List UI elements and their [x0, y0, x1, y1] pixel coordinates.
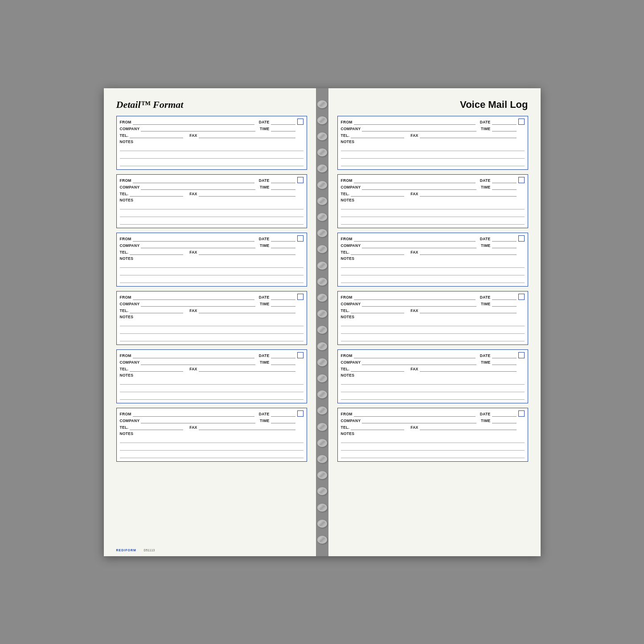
notes-line[interactable]	[341, 336, 525, 341]
from-line[interactable]	[354, 353, 476, 358]
notes-line[interactable]	[120, 270, 304, 275]
notes-line[interactable]	[341, 219, 525, 225]
company-line[interactable]	[362, 418, 476, 423]
company-line[interactable]	[362, 301, 476, 307]
tel-line[interactable]	[351, 366, 404, 372]
notes-line[interactable]	[120, 161, 304, 166]
checkbox[interactable]	[297, 177, 304, 183]
notes-line[interactable]	[341, 146, 525, 151]
company-line[interactable]	[141, 126, 255, 131]
from-line[interactable]	[133, 411, 254, 417]
fax-line[interactable]	[199, 133, 295, 138]
tel-line[interactable]	[130, 250, 183, 255]
checkbox[interactable]	[518, 352, 525, 358]
tel-line[interactable]	[351, 133, 404, 138]
tel-line[interactable]	[351, 308, 404, 313]
notes-lines[interactable]	[341, 438, 525, 458]
notes-line[interactable]	[120, 445, 304, 451]
time-line[interactable]	[492, 301, 517, 307]
notes-lines[interactable]	[341, 204, 525, 225]
checkbox[interactable]	[518, 294, 525, 300]
time-line[interactable]	[271, 243, 295, 248]
notes-line[interactable]	[341, 394, 525, 400]
fax-line[interactable]	[199, 425, 295, 430]
fax-line[interactable]	[199, 308, 295, 313]
notes-line[interactable]	[341, 438, 525, 443]
notes-lines[interactable]	[120, 146, 304, 166]
notes-line[interactable]	[120, 336, 304, 341]
notes-line[interactable]	[120, 278, 304, 283]
checkbox[interactable]	[518, 119, 525, 125]
notes-line[interactable]	[341, 161, 525, 166]
notes-line[interactable]	[120, 379, 304, 385]
notes-lines[interactable]	[341, 321, 525, 341]
company-line[interactable]	[362, 126, 476, 131]
time-line[interactable]	[271, 418, 295, 423]
tel-line[interactable]	[130, 191, 183, 197]
tel-line[interactable]	[130, 425, 183, 430]
date-line[interactable]	[271, 295, 295, 300]
time-line[interactable]	[271, 301, 295, 307]
checkbox[interactable]	[297, 352, 304, 358]
notes-lines[interactable]	[120, 379, 304, 400]
tel-line[interactable]	[351, 425, 404, 430]
date-line[interactable]	[271, 119, 295, 125]
notes-line[interactable]	[341, 212, 525, 217]
notes-line[interactable]	[120, 438, 304, 443]
from-line[interactable]	[133, 236, 254, 242]
checkbox[interactable]	[297, 410, 304, 417]
fax-line[interactable]	[199, 191, 295, 197]
time-line[interactable]	[492, 418, 517, 423]
notes-line[interactable]	[341, 453, 525, 458]
date-line[interactable]	[271, 411, 295, 417]
notes-line[interactable]	[120, 204, 304, 209]
notes-lines[interactable]	[120, 204, 304, 225]
date-line[interactable]	[492, 295, 517, 300]
tel-line[interactable]	[130, 366, 183, 372]
from-line[interactable]	[133, 353, 254, 358]
time-line[interactable]	[492, 360, 517, 365]
company-line[interactable]	[362, 243, 476, 248]
fax-line[interactable]	[420, 308, 517, 313]
notes-line[interactable]	[341, 263, 525, 268]
notes-line[interactable]	[120, 153, 304, 159]
notes-lines[interactable]	[120, 263, 304, 283]
notes-line[interactable]	[341, 321, 525, 326]
time-line[interactable]	[492, 126, 517, 131]
fax-line[interactable]	[420, 250, 517, 255]
notes-lines[interactable]	[341, 146, 525, 166]
fax-line[interactable]	[420, 366, 517, 372]
company-line[interactable]	[141, 301, 255, 307]
notes-lines[interactable]	[120, 438, 304, 458]
company-line[interactable]	[362, 360, 476, 365]
checkbox[interactable]	[297, 119, 304, 125]
notes-line[interactable]	[120, 328, 304, 334]
date-line[interactable]	[492, 178, 517, 183]
fax-line[interactable]	[420, 191, 517, 197]
checkbox[interactable]	[297, 235, 304, 242]
notes-line[interactable]	[120, 219, 304, 225]
notes-line[interactable]	[341, 379, 525, 385]
notes-line[interactable]	[120, 263, 304, 268]
notes-line[interactable]	[341, 278, 525, 283]
tel-line[interactable]	[130, 133, 183, 138]
checkbox[interactable]	[518, 235, 525, 242]
from-line[interactable]	[133, 295, 254, 300]
from-line[interactable]	[133, 178, 254, 183]
company-line[interactable]	[141, 360, 255, 365]
notes-line[interactable]	[341, 445, 525, 451]
date-line[interactable]	[271, 353, 295, 358]
from-line[interactable]	[354, 295, 476, 300]
date-line[interactable]	[271, 236, 295, 242]
time-line[interactable]	[492, 243, 517, 248]
checkbox[interactable]	[518, 410, 525, 417]
date-line[interactable]	[492, 119, 517, 125]
time-line[interactable]	[271, 360, 295, 365]
checkbox[interactable]	[518, 177, 525, 183]
company-line[interactable]	[362, 185, 476, 190]
notes-line[interactable]	[120, 212, 304, 217]
date-line[interactable]	[271, 178, 295, 183]
time-line[interactable]	[271, 126, 295, 131]
from-line[interactable]	[354, 236, 476, 242]
company-line[interactable]	[141, 185, 255, 190]
